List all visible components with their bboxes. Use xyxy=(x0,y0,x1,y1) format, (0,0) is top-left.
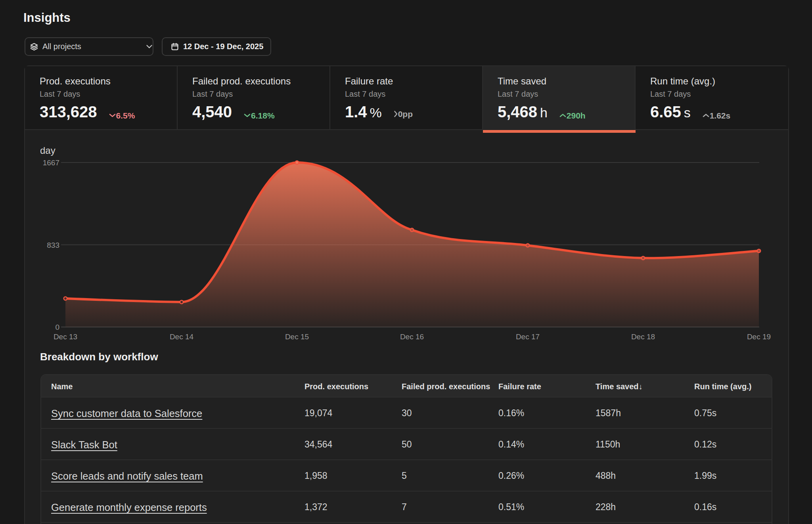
svg-text:Dec 17: Dec 17 xyxy=(516,333,540,341)
svg-text:0: 0 xyxy=(55,323,59,331)
svg-text:Dec 16: Dec 16 xyxy=(400,333,424,341)
svg-text:Dec 14: Dec 14 xyxy=(170,333,194,341)
svg-text:Dec 13: Dec 13 xyxy=(54,333,77,341)
svg-text:day: day xyxy=(40,145,56,156)
svg-text:Dec 18: Dec 18 xyxy=(631,333,655,341)
svg-text:833: 833 xyxy=(47,241,59,249)
svg-text:Dec 15: Dec 15 xyxy=(285,333,309,341)
svg-text:1667: 1667 xyxy=(43,159,59,167)
svg-text:Dec 19: Dec 19 xyxy=(747,333,771,341)
